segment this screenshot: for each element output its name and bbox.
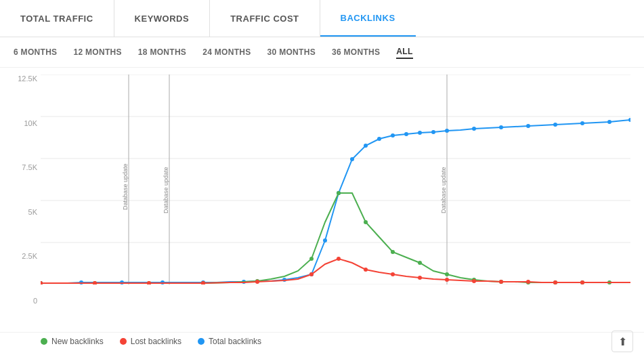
new-backlinks-line — [41, 193, 630, 283]
y-axis: 12.5K 10K 7.5K 5K 2.5K 0 — [7, 75, 37, 305]
svg-point-69 — [580, 280, 584, 284]
legend-lost-backlinks: Lost backlinks — [120, 337, 181, 346]
svg-point-30 — [472, 127, 476, 131]
svg-point-64 — [445, 278, 449, 282]
svg-point-36 — [628, 118, 630, 122]
tab-backlinks[interactable]: BACKLINKS — [320, 0, 416, 37]
legend-dot-red — [120, 338, 127, 345]
svg-point-22 — [350, 157, 354, 161]
export-icon: ⬆ — [618, 335, 627, 348]
legend-label-new: New backlinks — [51, 337, 104, 346]
svg-point-63 — [418, 276, 422, 280]
svg-point-44 — [364, 220, 368, 224]
y-label-10000: 10K — [7, 119, 37, 127]
svg-point-29 — [445, 129, 449, 133]
y-label-7500: 7.5K — [7, 163, 37, 171]
legend-new-backlinks: New backlinks — [41, 337, 104, 346]
svg-point-34 — [580, 121, 584, 125]
legend-total-backlinks: Total backlinks — [198, 337, 261, 346]
legend-label-lost: Lost backlinks — [131, 337, 181, 346]
svg-point-58 — [255, 280, 259, 284]
svg-point-43 — [337, 191, 341, 195]
y-label-2500: 2.5K — [7, 252, 37, 260]
lost-backlinks-line — [41, 259, 630, 283]
svg-point-47 — [445, 272, 449, 276]
svg-point-54 — [41, 281, 43, 284]
filter-24months[interactable]: 24 MONTHS — [202, 46, 251, 58]
svg-point-20 — [323, 238, 327, 242]
svg-point-27 — [418, 131, 422, 135]
legend-dot-blue — [198, 338, 205, 345]
svg-point-32 — [526, 124, 530, 128]
filter-all[interactable]: ALL — [396, 45, 412, 59]
svg-text:Database update: Database update — [440, 167, 447, 213]
tab-keywords[interactable]: KEYWORDS — [114, 0, 211, 37]
svg-point-65 — [472, 279, 476, 283]
filter-6months[interactable]: 6 MONTHS — [14, 46, 57, 58]
total-backlinks-line — [41, 120, 630, 283]
svg-point-61 — [364, 268, 368, 272]
svg-point-60 — [337, 257, 341, 261]
filter-30months[interactable]: 30 MONTHS — [267, 46, 316, 58]
tabs-container: TOTAL TRAFFIC KEYWORDS TRAFFIC COST BACK… — [0, 0, 644, 37]
svg-point-26 — [404, 132, 408, 136]
chart-svg: Database update Database update Database… — [41, 75, 630, 284]
chart-legend: New backlinks Lost backlinks Total backl… — [41, 337, 261, 346]
filter-36months[interactable]: 36 MONTHS — [332, 46, 380, 58]
filter-12months[interactable]: 12 MONTHS — [73, 46, 121, 58]
y-label-0: 0 — [7, 297, 37, 305]
svg-point-55 — [93, 281, 97, 284]
svg-text:Database update: Database update — [122, 163, 129, 210]
filter-18months[interactable]: 18 MONTHS — [138, 46, 186, 58]
svg-point-62 — [391, 272, 395, 276]
legend-dot-green — [41, 338, 47, 345]
export-button[interactable]: ⬆ — [611, 331, 633, 352]
svg-point-33 — [553, 123, 557, 127]
y-label-12500: 12.5K — [7, 75, 37, 83]
time-filters: 6 MONTHS 12 MONTHS 18 MONTHS 24 MONTHS 3… — [0, 37, 644, 68]
legend-label-total: Total backlinks — [209, 337, 261, 346]
svg-point-56 — [147, 281, 151, 284]
svg-point-31 — [499, 125, 503, 129]
svg-point-68 — [553, 280, 557, 284]
svg-point-28 — [431, 130, 435, 134]
svg-point-23 — [364, 144, 368, 148]
svg-point-42 — [309, 257, 314, 261]
tab-traffic-cost[interactable]: TRAFFIC COST — [210, 0, 320, 37]
tab-total-traffic[interactable]: TOTAL TRAFFIC — [0, 0, 114, 37]
svg-point-67 — [526, 280, 530, 284]
svg-point-66 — [499, 280, 503, 284]
svg-point-59 — [309, 272, 314, 276]
svg-point-45 — [391, 250, 395, 254]
svg-point-46 — [418, 261, 422, 265]
svg-point-35 — [607, 120, 611, 124]
y-label-5000: 5K — [7, 208, 37, 216]
svg-point-25 — [391, 133, 395, 138]
svg-point-24 — [377, 137, 381, 141]
svg-text:Database update: Database update — [163, 167, 169, 213]
